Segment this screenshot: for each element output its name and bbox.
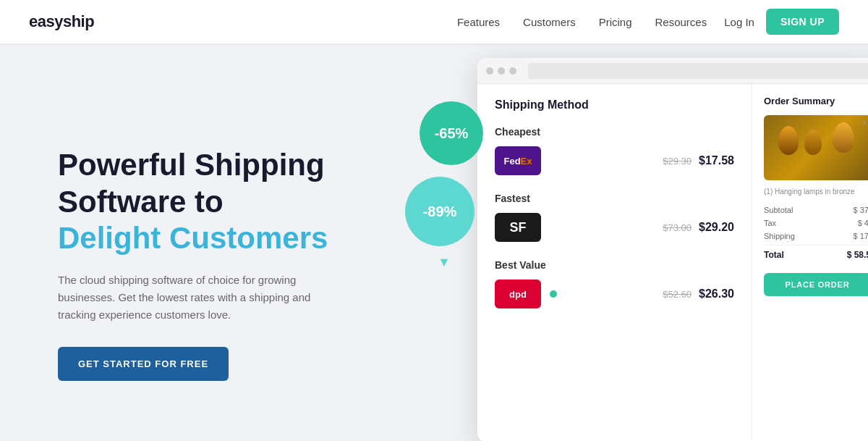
shipping-option-fedex[interactable]: FedEx $29.30 $17.58: [495, 146, 734, 175]
subtotal-value: $ 37.: [854, 206, 868, 214]
shipping-method-panel: Shipping Method Cheapest FedEx $29.30 $1…: [477, 84, 752, 441]
sf-price: $73.00 $29.20: [663, 221, 734, 234]
nav-customers[interactable]: Customers: [523, 16, 576, 28]
total-value: $ 58.5: [847, 250, 868, 260]
badge-arrow-icon: ▼: [405, 255, 483, 270]
product-description: (1) Hanging lamps in bronze: [764, 188, 868, 196]
nav-resources[interactable]: Resources: [655, 16, 707, 28]
close-icon[interactable]: ×: [861, 118, 867, 128]
shipping-line: Shipping $ 17.: [764, 232, 868, 240]
fedex-logo: FedEx: [495, 146, 541, 175]
lamp-2: [804, 130, 822, 155]
best-value-dot: [550, 290, 557, 298]
hero-subtitle: The cloud shipping software of choice fo…: [58, 272, 333, 324]
category-best-value: Best Value: [495, 259, 734, 271]
badge-89: -89%: [405, 177, 475, 246]
total-line: Total $ 58.5: [764, 245, 868, 260]
window-dot-3: [509, 67, 516, 75]
hero-title-highlight: Delight Customers: [58, 221, 328, 255]
total-label: Total: [764, 250, 784, 260]
lamp-3: [833, 122, 854, 153]
navbar: easyship Features Customers Pricing Reso…: [0, 0, 868, 43]
dpd-logo: dpd: [495, 280, 541, 308]
order-product-image: ×: [764, 115, 868, 180]
tax-value: $ 4.: [858, 219, 868, 227]
tax-line: Tax $ 4.: [764, 219, 868, 227]
category-fastest: Fastest: [495, 193, 734, 204]
sf-logo: SF: [495, 213, 541, 242]
shipping-value: $ 17.: [854, 232, 868, 240]
cta-button[interactable]: GET STARTED FOR FREE: [58, 347, 229, 381]
lamp-1: [778, 126, 799, 155]
shipping-label: Shipping: [764, 232, 795, 240]
hero-title: Powerful Shipping Software to Delight Cu…: [58, 147, 405, 256]
hero-section: Powerful Shipping Software to Delight Cu…: [58, 140, 405, 380]
tax-label: Tax: [764, 219, 776, 227]
window-dot-1: [486, 67, 493, 75]
logo[interactable]: easyship: [29, 12, 94, 31]
shipping-option-dpd[interactable]: dpd $52.60 $26.30: [495, 280, 734, 308]
app-mockup: Shipping Method Cheapest FedEx $29.30 $1…: [477, 58, 868, 441]
fedex-price: $29.30 $17.58: [663, 154, 734, 167]
order-summary-title: Order Summary: [764, 96, 868, 106]
place-order-button[interactable]: PLACE ORDER: [764, 273, 868, 296]
subtotal-line: Subtotal $ 37.: [764, 206, 868, 214]
order-summary-panel: Order Summary × (1) Hanging lamps in bro…: [752, 84, 868, 441]
titlebar: [477, 58, 868, 84]
badge-65: -65%: [420, 101, 483, 165]
nav-pricing[interactable]: Pricing: [599, 16, 632, 28]
dpd-price: $52.60 $26.30: [663, 287, 734, 301]
nav-links: Features Customers Pricing Resources: [457, 16, 707, 28]
login-link[interactable]: Log In: [724, 16, 754, 28]
shipping-method-title: Shipping Method: [495, 98, 734, 112]
signup-button[interactable]: SIGN UP: [766, 9, 839, 35]
shipping-option-sf[interactable]: SF $73.00 $29.20: [495, 213, 734, 242]
main-content: Powerful Shipping Software to Delight Cu…: [0, 43, 868, 441]
category-cheapest: Cheapest: [495, 126, 734, 138]
discount-badges: -65% -89% ▼: [405, 101, 483, 270]
url-bar: [528, 63, 868, 79]
nav-features[interactable]: Features: [457, 16, 500, 28]
window-dot-2: [498, 67, 505, 75]
subtotal-label: Subtotal: [764, 206, 793, 214]
mockup-body: Shipping Method Cheapest FedEx $29.30 $1…: [477, 84, 868, 441]
